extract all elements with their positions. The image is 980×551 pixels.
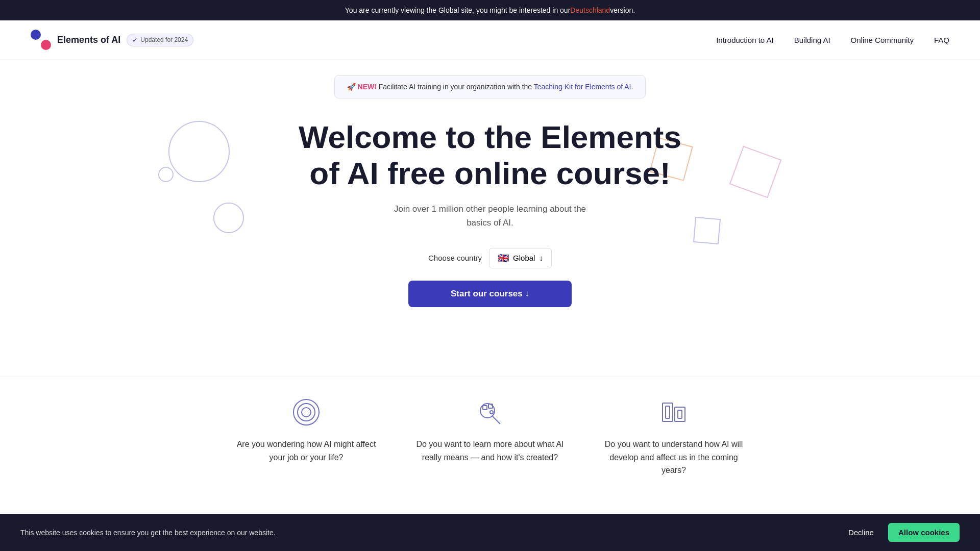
announcement-text-before: Facilitate AI training in your organizat…	[377, 83, 534, 91]
hero-subtitle: Join over 1 million other people learnin…	[383, 202, 597, 230]
check-icon: ✓	[132, 36, 138, 44]
nav-faq[interactable]: FAQ	[934, 36, 949, 44]
nav-intro[interactable]: Introduction to AI	[716, 36, 774, 44]
logo-dot-red	[41, 40, 51, 50]
banner-text-after: version.	[610, 6, 635, 14]
hero-section: 🚀 NEW! Facilitate AI training in your or…	[0, 60, 980, 376]
feature-text-1: Are you wondering how AI might affect yo…	[230, 438, 383, 464]
hero-title: Welcome to the Elements of AI free onlin…	[286, 119, 694, 192]
feature-text-3: Do you want to understand how AI will de…	[597, 438, 750, 477]
nav-community[interactable]: Online Community	[851, 36, 914, 44]
top-banner: You are currently viewing the Global sit…	[0, 0, 980, 20]
feature-text-2: Do you want to learn more about what AI …	[413, 438, 567, 464]
teaching-kit-link[interactable]: Teaching Kit for Elements of AI	[534, 83, 631, 91]
logo-area: Elements of AI ✓ Updated for 2024	[31, 30, 193, 50]
feature-item-2: Do you want to learn more about what AI …	[413, 397, 567, 477]
announcement-banner: 🚀 NEW! Facilitate AI training in your or…	[334, 75, 646, 98]
deco-square-2	[729, 146, 782, 198]
badge-text: Updated for 2024	[140, 36, 188, 43]
start-courses-button[interactable]: Start our courses ↓	[408, 281, 572, 307]
country-value: Global	[513, 254, 535, 262]
svg-point-2	[302, 408, 311, 417]
deco-square-3	[693, 217, 721, 244]
chart-icon	[658, 397, 689, 428]
banner-link[interactable]: Deutschland	[570, 6, 610, 14]
logo-dot-blue	[31, 30, 41, 40]
svg-rect-9	[675, 407, 685, 421]
svg-rect-11	[678, 410, 682, 418]
search-icon	[475, 397, 505, 428]
nav-building[interactable]: Building AI	[794, 36, 830, 44]
svg-line-4	[493, 416, 500, 424]
country-dropdown[interactable]: 🇬🇧 Global ↓	[489, 248, 552, 268]
new-badge: 🚀 NEW!	[347, 83, 377, 91]
deco-circle-1	[168, 121, 230, 182]
svg-rect-5	[483, 406, 487, 410]
feature-item-3: Do you want to understand how AI will de…	[597, 397, 750, 477]
main-nav: Introduction to AI Building AI Online Co…	[716, 36, 949, 44]
updated-badge: ✓ Updated for 2024	[127, 34, 193, 46]
feature-item-1: Are you wondering how AI might affect yo…	[230, 397, 383, 477]
dropdown-arrow-icon: ↓	[539, 254, 543, 262]
deco-circle-2	[158, 167, 174, 182]
announcement-text-after: .	[631, 83, 633, 91]
country-selector-area: Choose country 🇬🇧 Global ↓	[428, 248, 552, 268]
country-label: Choose country	[428, 254, 482, 262]
target-icon	[291, 397, 322, 428]
svg-point-1	[298, 404, 315, 421]
header: Elements of AI ✓ Updated for 2024 Introd…	[0, 20, 980, 60]
deco-circle-3	[213, 203, 244, 233]
logo-icon	[31, 30, 51, 50]
banner-text-before: You are currently viewing the Global sit…	[345, 6, 571, 14]
features-section: Are you wondering how AI might affect yo…	[0, 376, 980, 508]
flag-icon: 🇬🇧	[498, 253, 509, 264]
svg-rect-10	[666, 406, 670, 418]
site-title[interactable]: Elements of AI	[57, 35, 120, 45]
svg-point-7	[490, 411, 493, 414]
